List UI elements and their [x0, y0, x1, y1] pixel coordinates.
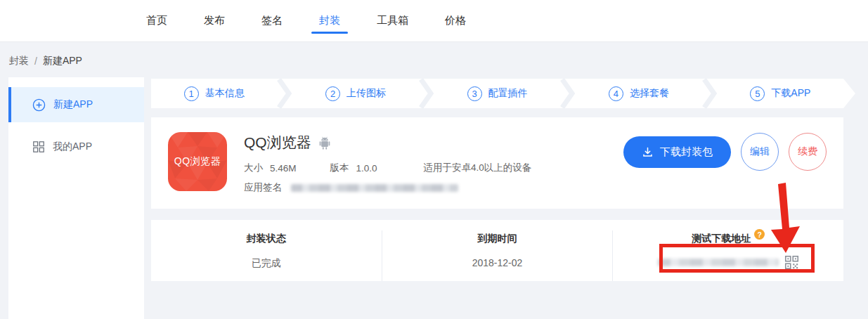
- step-download-app[interactable]: 5 下载APP: [718, 86, 843, 101]
- plus-circle-icon: [32, 98, 46, 112]
- expire-date-label: 到期时间: [478, 233, 517, 245]
- step-configure-plugins[interactable]: 3 配置插件: [434, 86, 560, 101]
- chevron-right-icon: [419, 79, 434, 108]
- step-number: 5: [750, 86, 765, 101]
- renew-button[interactable]: 续费: [789, 133, 827, 171]
- sidebar-item-label: 新建APP: [53, 98, 93, 111]
- edit-label: 编辑: [750, 145, 770, 158]
- status-col-test-download: 测试下载地址 ?: [612, 230, 843, 281]
- top-nav-items: 首页 发布 签名 封装 工具箱 价格: [146, 0, 466, 41]
- app-card-actions: 下载封装包 编辑 续费: [623, 133, 827, 171]
- breadcrumb-separator: /: [34, 56, 37, 67]
- nav-item-label: 工具箱: [377, 14, 408, 27]
- status-card: 封装状态 已完成 到期时间 2018-12-02 测试下载地址 ?: [151, 220, 843, 281]
- status-col-package-state: 封装状态 已完成: [151, 230, 382, 281]
- breadcrumb-section[interactable]: 封装: [9, 55, 29, 67]
- step-choose-plan[interactable]: 4 选择套餐: [576, 86, 701, 101]
- main-content: 1 基本信息 2 上传图标 3 配置插件 4 选择套餐 5 下载APP: [151, 79, 843, 281]
- step-upload-icon[interactable]: 2 上传图标: [292, 86, 418, 101]
- signature-row: 应用签名: [244, 181, 531, 194]
- nav-item-label: 签名: [261, 14, 283, 27]
- breadcrumb: 封装 / 新建APP: [9, 55, 82, 67]
- status-col-expire-date: 到期时间 2018-12-02: [382, 230, 613, 281]
- signature-label: 应用签名: [244, 181, 282, 194]
- nav-item-toolbox[interactable]: 工具箱: [377, 0, 408, 41]
- nav-item-label: 首页: [146, 14, 167, 27]
- top-nav: 首页 发布 签名 封装 工具箱 价格: [0, 0, 868, 42]
- download-package-button[interactable]: 下载封装包: [623, 136, 731, 168]
- download-icon: [642, 146, 654, 158]
- nav-item-label: 价格: [445, 14, 466, 27]
- version-label: 版本: [330, 162, 349, 174]
- app-info: QQ浏览器 大小 5.46M 版本 1.0.0 适用于安卓4.0以上的设备: [244, 132, 531, 194]
- size-value: 5.46M: [270, 163, 297, 174]
- nav-item-publish[interactable]: 发布: [204, 0, 225, 41]
- expire-date-value: 2018-12-02: [382, 257, 613, 268]
- nav-item-price[interactable]: 价格: [445, 0, 466, 41]
- nav-item-home[interactable]: 首页: [146, 0, 167, 41]
- size-label: 大小: [244, 162, 263, 174]
- step-label: 下载APP: [771, 87, 810, 100]
- nav-item-label: 发布: [204, 14, 225, 27]
- nav-item-label: 封装: [319, 14, 340, 27]
- step-label: 选择套餐: [630, 87, 669, 100]
- sidebar: 新建APP 我的APP: [8, 77, 144, 319]
- step-basic-info[interactable]: 1 基本信息: [151, 86, 277, 101]
- test-download-label: 测试下载地址: [692, 233, 751, 245]
- grid-icon: [32, 141, 45, 153]
- step-label: 基本信息: [205, 87, 245, 100]
- version-value: 1.0.0: [356, 163, 377, 174]
- chevron-right-icon: [277, 79, 292, 108]
- android-icon: [318, 135, 332, 150]
- sidebar-item-label: 我的APP: [53, 141, 92, 153]
- app-name: QQ浏览器: [244, 133, 311, 152]
- chevron-right-icon: [560, 79, 576, 108]
- chevron-right-icon: [702, 79, 718, 108]
- compat-text: 适用于安卓4.0以上的设备: [424, 162, 532, 174]
- masked-signature-value: [291, 184, 458, 192]
- step-label: 上传图标: [346, 87, 386, 100]
- edit-button[interactable]: 编辑: [741, 133, 779, 171]
- app-card: QQ浏览器 QQ浏览器 大小 5.46M 版本 1.0.0: [151, 117, 843, 209]
- step-label: 配置插件: [488, 87, 528, 100]
- app-icon: QQ浏览器: [168, 132, 227, 191]
- masked-download-url[interactable]: [658, 259, 779, 266]
- step-number: 4: [609, 86, 623, 101]
- app-meta: 大小 5.46M 版本 1.0.0 适用于安卓4.0以上的设备: [244, 162, 531, 174]
- step-number: 3: [467, 86, 482, 101]
- nav-item-package[interactable]: 封装: [319, 0, 340, 41]
- sidebar-item-my-app[interactable]: 我的APP: [8, 129, 144, 164]
- package-state-value: 已完成: [151, 257, 382, 270]
- question-circle-icon[interactable]: ?: [754, 229, 765, 240]
- breadcrumb-current: 新建APP: [43, 55, 82, 67]
- step-number: 1: [184, 86, 199, 101]
- renew-label: 续费: [798, 145, 817, 158]
- download-package-label: 下载封装包: [660, 145, 713, 159]
- qr-code-icon[interactable]: [784, 255, 799, 270]
- nav-item-sign[interactable]: 签名: [261, 0, 283, 41]
- step-number: 2: [325, 86, 340, 101]
- app-icon-text: QQ浏览器: [168, 132, 227, 191]
- sidebar-item-new-app[interactable]: 新建APP: [8, 87, 144, 122]
- step-wizard: 1 基本信息 2 上传图标 3 配置插件 4 选择套餐 5 下载APP: [151, 79, 843, 108]
- package-state-label: 封装状态: [247, 233, 286, 245]
